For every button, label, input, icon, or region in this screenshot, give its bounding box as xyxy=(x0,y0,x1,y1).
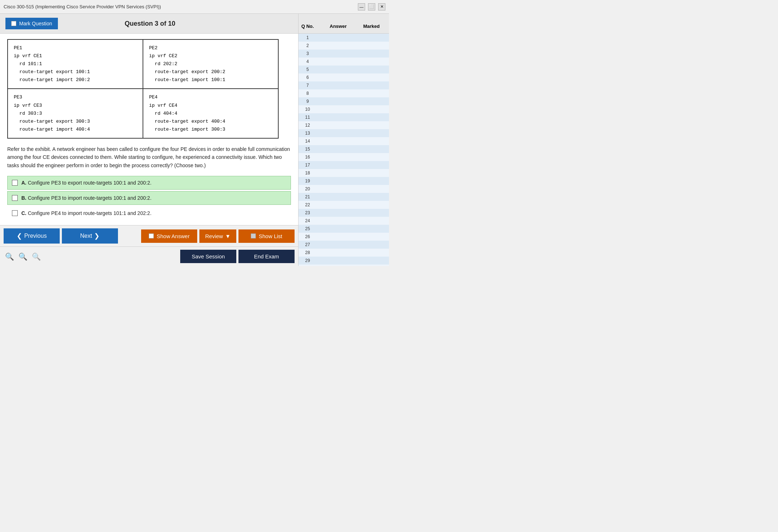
mark-question-button[interactable]: Mark Question xyxy=(5,18,58,29)
list-item[interactable]: 1 xyxy=(299,34,389,42)
next-button[interactable]: Next ❯ xyxy=(62,228,118,244)
list-item[interactable]: 25 xyxy=(299,225,389,233)
restore-button[interactable]: ⬜ xyxy=(368,3,375,10)
q-number: 23 xyxy=(299,210,317,215)
answer-options: A. Configure PE3 to export route-targets… xyxy=(7,176,291,225)
checkbox-a xyxy=(12,180,18,186)
list-item[interactable]: 7 xyxy=(299,81,389,89)
option-d[interactable]: D. Configure PE2 to export route-targets… xyxy=(7,221,291,225)
list-item[interactable]: 29 xyxy=(299,257,389,265)
q-number: 11 xyxy=(299,115,317,120)
end-exam-label: End Exam xyxy=(254,253,279,259)
save-session-label: Save Session xyxy=(192,253,225,259)
exhibit-cell-pe1: PE1 ip vrf CE1 rd 101:1 route-target exp… xyxy=(8,39,143,89)
q-number: 28 xyxy=(299,250,317,255)
list-item[interactable]: 18 xyxy=(299,169,389,177)
q-number: 7 xyxy=(299,83,317,88)
list-item[interactable]: 26 xyxy=(299,233,389,241)
main-container: Mark Question Question 3 of 10 PE1 ip vr… xyxy=(0,14,389,266)
list-item[interactable]: 14 xyxy=(299,137,389,145)
col-qno-header: Q No. xyxy=(299,24,317,30)
exhibit-cell-pe3: PE3 ip vrf CE3 rd 303:3 route-target exp… xyxy=(8,89,143,138)
question-text: Refer to the exhibit. A network engineer… xyxy=(7,145,291,169)
list-item[interactable]: 10 xyxy=(299,105,389,113)
bottom-row2: 🔍 🔍 🔍 Save Session End Exam xyxy=(0,246,298,266)
q-number: 15 xyxy=(299,147,317,152)
list-item[interactable]: 21 xyxy=(299,193,389,201)
list-item[interactable]: 9 xyxy=(299,97,389,105)
minimize-button[interactable]: — xyxy=(358,3,365,10)
list-item[interactable]: 5 xyxy=(299,66,389,73)
q-number: 25 xyxy=(299,226,317,231)
list-item[interactable]: 15 xyxy=(299,145,389,153)
list-item[interactable]: 12 xyxy=(299,121,389,129)
option-a[interactable]: A. Configure PE3 to export route-targets… xyxy=(7,176,291,190)
zoom-out-button[interactable]: 🔍 xyxy=(30,252,42,262)
bottom-section: ❮ Previous Next ❯ Show Answer Review ▼ xyxy=(0,225,298,266)
q-number: 1 xyxy=(299,35,317,40)
list-item[interactable]: 20 xyxy=(299,185,389,193)
list-item[interactable]: 11 xyxy=(299,113,389,121)
q-number: 26 xyxy=(299,234,317,239)
review-chevron-icon: ▼ xyxy=(225,233,231,239)
show-answer-label: Show Answer xyxy=(157,233,190,239)
q-number: 27 xyxy=(299,242,317,247)
show-list-label: Show List xyxy=(259,233,282,239)
q-number: 22 xyxy=(299,202,317,207)
bottom-row1: ❮ Previous Next ❯ Show Answer Review ▼ xyxy=(0,225,298,246)
bottom-toolbar: ❮ Previous Next ❯ Show Answer Review ▼ xyxy=(0,225,298,266)
question-list: 1 2 3 4 5 6 7 8 xyxy=(299,34,389,266)
list-item[interactable]: 22 xyxy=(299,201,389,209)
list-item[interactable]: 28 xyxy=(299,249,389,257)
list-item[interactable]: 8 xyxy=(299,89,389,97)
previous-label: Previous xyxy=(24,233,47,239)
q-number: 5 xyxy=(299,67,317,72)
previous-button[interactable]: ❮ Previous xyxy=(4,228,60,244)
option-b-text: B. Configure PE3 to import route-targets… xyxy=(21,195,152,201)
list-item[interactable]: 19 xyxy=(299,177,389,185)
option-c[interactable]: C. Configure PE4 to import route-targets… xyxy=(7,206,291,220)
q-number: 29 xyxy=(299,258,317,263)
list-item[interactable]: 24 xyxy=(299,217,389,225)
q-number: 2 xyxy=(299,43,317,48)
question-title: Question 3 of 10 xyxy=(125,20,176,28)
option-b[interactable]: B. Configure PE3 to import route-targets… xyxy=(7,191,291,205)
show-answer-checkbox-icon xyxy=(149,233,154,238)
list-item[interactable]: 23 xyxy=(299,209,389,217)
end-exam-button[interactable]: End Exam xyxy=(238,250,295,263)
header-row: Mark Question Question 3 of 10 xyxy=(0,14,298,34)
list-item[interactable]: 27 xyxy=(299,241,389,249)
list-item[interactable]: 17 xyxy=(299,161,389,169)
q-number: 3 xyxy=(299,51,317,56)
list-item[interactable]: 6 xyxy=(299,73,389,81)
right-panel-header: Q No. Answer Marked xyxy=(299,14,389,34)
list-item[interactable]: 4 xyxy=(299,58,389,66)
zoom-controls: 🔍 🔍 🔍 xyxy=(4,252,42,262)
q-number: 12 xyxy=(299,123,317,128)
list-item[interactable]: 13 xyxy=(299,129,389,137)
mark-checkbox-icon xyxy=(11,21,16,26)
list-item[interactable]: 2 xyxy=(299,42,389,50)
col-answer-header: Answer xyxy=(317,24,360,30)
q-number: 18 xyxy=(299,170,317,176)
list-item[interactable]: 16 xyxy=(299,153,389,161)
show-answer-button[interactable]: Show Answer xyxy=(141,229,197,243)
option-c-text: C. Configure PE4 to import route-targets… xyxy=(21,210,152,216)
option-a-text: A. Configure PE3 to export route-targets… xyxy=(21,180,152,186)
list-item[interactable]: 3 xyxy=(299,50,389,58)
close-button[interactable]: ✕ xyxy=(378,3,385,10)
checkbox-c xyxy=(12,210,18,216)
exhibit-cell-pe2: PE2 ip vrf CE2 rd 202:2 route-target exp… xyxy=(143,39,278,89)
prev-chevron-icon: ❮ xyxy=(17,232,22,240)
q-number: 14 xyxy=(299,139,317,144)
show-list-button[interactable]: Show List xyxy=(238,229,295,243)
exhibit-cell-pe4: PE4 ip vrf CE4 rd 404:4 route-target exp… xyxy=(143,89,278,138)
zoom-in-button[interactable]: 🔍 xyxy=(4,252,16,262)
list-item[interactable]: 30 xyxy=(299,265,389,266)
q-number: 6 xyxy=(299,75,317,80)
save-session-button[interactable]: Save Session xyxy=(180,250,236,263)
zoom-reset-button[interactable]: 🔍 xyxy=(17,252,29,262)
next-chevron-icon: ❯ xyxy=(94,232,100,240)
show-list-checkbox-icon xyxy=(251,233,256,238)
review-button[interactable]: Review ▼ xyxy=(199,229,236,243)
